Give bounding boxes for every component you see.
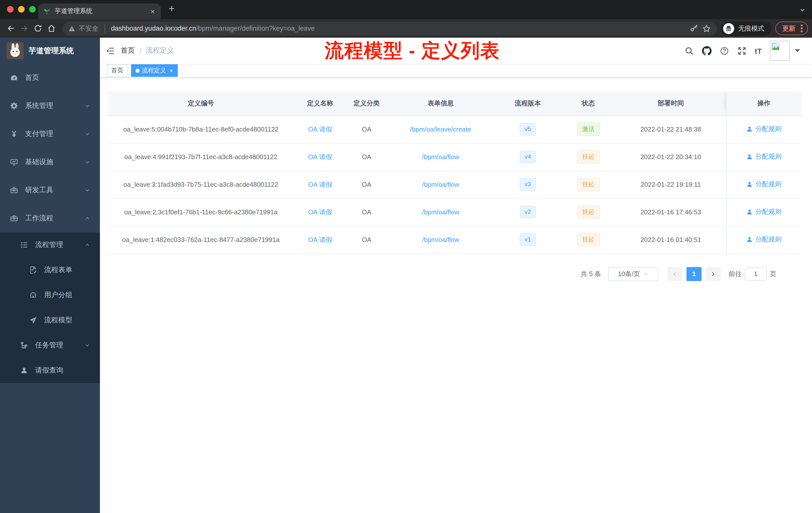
close-tag-icon[interactable]: ×	[170, 67, 173, 74]
form-link[interactable]: /bpm/oa/flow	[422, 181, 459, 188]
definition-name-link[interactable]: OA 请假	[308, 125, 332, 133]
font-size-icon[interactable]: tT	[755, 47, 762, 55]
password-key-icon[interactable]	[690, 24, 698, 33]
deploy-time-cell: 2022-01-22 19:19:11	[616, 171, 726, 198]
sidebar-item-label: 任务管理	[35, 341, 63, 350]
page-1-button[interactable]: 1	[687, 267, 701, 281]
definition-category-cell: OA	[347, 226, 387, 253]
main-panel: 首页 / 流程定义 流程模型 - 定义列表	[100, 38, 812, 513]
assign-rule-link[interactable]: 分配规则	[747, 125, 782, 134]
incognito-icon	[723, 23, 734, 34]
sidebar-item-process-model[interactable]: 流程模型	[0, 308, 100, 333]
tree-icon	[20, 341, 28, 350]
breadcrumb-home[interactable]: 首页	[121, 46, 135, 55]
definition-name-link[interactable]: OA 请假	[308, 180, 332, 188]
sidebar-item-label: 用户分组	[44, 291, 72, 300]
definition-name-link[interactable]: OA 请假	[308, 236, 332, 243]
tags-view-item-process-definition[interactable]: 流程定义×	[131, 64, 177, 77]
assign-rule-link[interactable]: 分配规则	[747, 235, 782, 244]
back-icon[interactable]	[4, 22, 18, 35]
goto-page-input[interactable]	[745, 267, 767, 280]
new-tab-button[interactable]: +	[165, 1, 179, 16]
form-link[interactable]: /bpm/oa/flow	[422, 208, 459, 216]
sidebar-item-home[interactable]: 首页	[0, 64, 100, 92]
column-header-2: 定义分类	[347, 91, 387, 116]
paper-plane-icon	[29, 316, 37, 324]
github-icon[interactable]	[702, 46, 712, 56]
tab-overflow-chevron-icon[interactable]	[799, 6, 806, 13]
help-icon[interactable]	[720, 46, 729, 56]
incognito-badge: 无痕模式	[721, 21, 771, 35]
sidebar-item-user-group[interactable]: 用户分组	[0, 282, 100, 308]
sidebar-item-infrastructure[interactable]: 基础设施	[0, 148, 100, 176]
sidebar-toggle-icon[interactable]	[100, 46, 121, 56]
definition-category-cell: OA	[347, 116, 387, 143]
url-text[interactable]: dashboard.yudao.iocoder.cn/bpm/manager/d…	[111, 25, 315, 32]
maximize-window-button[interactable]	[29, 6, 36, 12]
definition-category-cell: OA	[347, 198, 387, 226]
assign-rule-link[interactable]: 分配规则	[747, 152, 782, 161]
tags-view-item-home[interactable]: 首页	[107, 64, 128, 77]
bookmark-star-icon[interactable]	[702, 24, 711, 33]
sidebar-item-leave-query[interactable]: 请假查询	[0, 358, 100, 383]
browser-menu-dots-icon[interactable]	[801, 24, 803, 33]
sidebar-item-process-manage[interactable]: 流程管理	[0, 233, 100, 258]
forward-icon[interactable]	[18, 22, 31, 35]
close-window-button[interactable]	[7, 6, 13, 12]
chevron-down-icon	[84, 159, 90, 165]
prev-page-button[interactable]	[667, 267, 683, 281]
assign-rule-link[interactable]: 分配规则	[747, 208, 782, 217]
sidebar-item-task-manage[interactable]: 任务管理	[0, 333, 100, 358]
update-browser-button[interactable]: 更新	[775, 22, 808, 35]
sidebar-item-label: 研发工具	[25, 186, 53, 195]
sidebar-item-label: 工作流程	[25, 214, 53, 223]
sidebar-item-workflow[interactable]: 工作流程	[0, 204, 100, 233]
avatar-caret-down-icon[interactable]	[795, 49, 800, 52]
user-icon	[747, 154, 753, 160]
search-icon[interactable]	[685, 46, 694, 56]
page-size-select[interactable]: 10条/页	[608, 267, 658, 281]
user-avatar-broken-image[interactable]	[770, 41, 790, 61]
column-header-1: 定义名称	[294, 91, 347, 116]
sidebar-item-payment-manage[interactable]: 支付管理	[0, 120, 100, 148]
sidebar-item-system-manage[interactable]: 系统管理	[0, 92, 100, 120]
form-link[interactable]: /bpm/oa/flow	[422, 153, 459, 161]
form-link[interactable]: /bpm/oa/leave/create	[410, 125, 471, 133]
address-bar[interactable]: 不安全 dashboard.yudao.iocoder.cn/bpm/manag…	[62, 21, 717, 35]
assign-rule-link[interactable]: 分配规则	[747, 180, 782, 189]
active-tag-dot	[135, 68, 139, 72]
next-page-button[interactable]	[705, 267, 721, 281]
chevron-down-icon	[84, 103, 90, 109]
minimize-window-button[interactable]	[18, 6, 25, 12]
column-header-4: 流程版本	[495, 91, 561, 116]
reload-icon[interactable]	[31, 22, 45, 35]
window-controls[interactable]	[7, 6, 36, 12]
not-secure-warning-icon[interactable]	[68, 25, 75, 32]
column-header-5: 状态	[561, 91, 616, 116]
security-label[interactable]: 不安全	[79, 24, 98, 33]
page-annotation-title: 流程模型 - 定义列表	[325, 38, 500, 63]
status-badge: 挂起	[577, 150, 600, 163]
app-title: 芋道管理系统	[29, 46, 74, 56]
tag-label: 首页	[111, 66, 123, 75]
breadcrumb-current: 流程定义	[146, 46, 174, 55]
dashboard-icon	[10, 74, 18, 82]
version-badge: v2	[520, 206, 536, 218]
list-icon	[20, 241, 28, 249]
table-header-row: 定义编号定义名称定义分类表单信息流程版本状态部署时间操作	[108, 91, 802, 116]
deploy-time-cell: 2022-01-16 01:40:51	[616, 226, 726, 253]
briefcase-icon	[10, 214, 18, 222]
fullscreen-icon[interactable]	[737, 46, 747, 56]
sidebar-item-process-form[interactable]: 流程表单	[0, 258, 100, 282]
user-icon	[20, 366, 28, 374]
browser-tab[interactable]: 芋道管理系统 ×	[38, 3, 161, 19]
sidebar-logo[interactable]: 芋道管理系统	[0, 38, 100, 64]
definition-name-link[interactable]: OA 请假	[308, 208, 332, 216]
sidebar-item-dev-tools[interactable]: 研发工具	[0, 176, 100, 204]
status-badge: 挂起	[577, 206, 600, 219]
close-tab-icon[interactable]: ×	[150, 8, 156, 15]
goto-label: 前往	[729, 269, 742, 278]
definition-name-link[interactable]: OA 请假	[308, 153, 332, 160]
form-link[interactable]: /bpm/oa/flow	[422, 236, 459, 243]
home-icon[interactable]	[45, 22, 58, 35]
